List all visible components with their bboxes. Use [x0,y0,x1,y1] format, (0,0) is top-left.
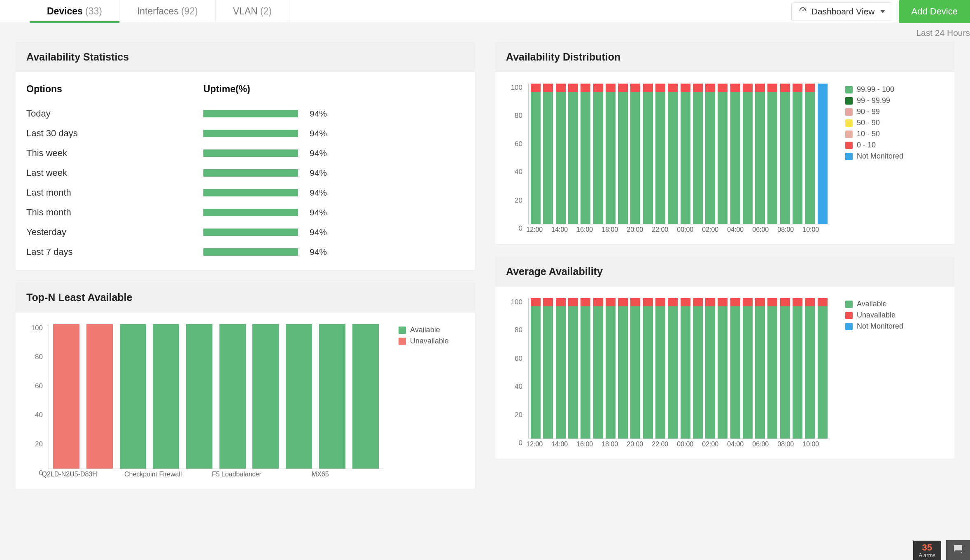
bar-segment [531,84,541,92]
legend-label: 10 - 50 [857,130,880,138]
stats-bar [203,149,298,157]
legend-item[interactable]: 99.99 - 100 [845,85,903,94]
bar-segment [643,92,653,224]
bar-segment [805,298,815,306]
bar-segment [120,324,146,469]
bar [743,298,753,439]
bar-segment [593,84,603,92]
bar-segment [718,298,728,306]
alarms-badge[interactable]: 35 Alarms [913,541,941,560]
x-tick: 16:00 [576,226,593,233]
bar-segment [743,84,753,92]
bar-segment [767,298,777,306]
bar-segment [630,92,640,224]
bar-segment [730,298,740,306]
chart-distribution: 02040608010012:0014:0016:0018:0020:0022:… [504,84,830,236]
stats-pct: 94% [310,208,327,217]
x-tick: 22:00 [652,441,668,448]
bar [556,84,566,224]
x-tick: 06:00 [752,226,769,233]
bar-segment [743,306,753,439]
stats-pct: 94% [310,188,327,198]
legend-item[interactable]: Available [399,326,449,334]
bar [606,84,616,224]
stats-label: This week [26,148,203,159]
legend-label: 50 - 90 [857,119,880,127]
bar [543,298,553,439]
time-range-label[interactable]: Last 24 Hours [916,28,970,38]
bar-segment [53,324,79,469]
stats-row: Yesterday94% [26,222,464,242]
stats-row: Today94% [26,104,464,124]
legend-item[interactable]: Unavailable [399,337,449,345]
stats-label: Last 30 days [26,128,203,139]
legend-swatch [845,323,853,330]
legend-item[interactable]: Not Monitored [845,152,903,161]
legend-swatch [845,119,853,127]
dashboard-view-button[interactable]: Dashboard View [791,2,893,21]
x-tick: 10:00 [802,441,819,448]
bar [120,324,146,469]
add-device-label: Add Device [911,6,958,17]
bar [818,298,828,439]
legend-top-n: AvailableUnavailable [383,324,449,481]
legend-item[interactable]: 10 - 50 [845,130,903,138]
alarms-count: 35 [919,543,935,552]
bar [606,298,616,439]
bar-segment [668,84,678,92]
legend-item[interactable]: 90 - 99 [845,107,903,116]
bar-segment [630,298,640,306]
legend-item[interactable]: 99 - 99.99 [845,96,903,105]
bar-segment [705,298,715,306]
stats-header-uptime: Uptime(%) [203,84,250,95]
legend-swatch [845,153,853,160]
bar-segment [718,92,728,224]
bar-segment [693,298,703,306]
bar [668,298,678,439]
bar [780,84,790,224]
tab-interfaces[interactable]: Interfaces (92) [120,0,216,23]
bar [730,298,740,439]
bar [693,298,703,439]
bar-segment [568,306,578,439]
bar [805,84,815,224]
right-column: Availability Distribution 02040608010012… [495,42,954,489]
stats-bar [203,189,298,196]
x-tick: 20:00 [627,226,643,233]
x-tick: 02:00 [702,226,718,233]
bar-segment [793,298,802,306]
bar-segment [606,298,616,306]
legend-item[interactable]: Unavailable [845,311,903,320]
bar [730,84,740,224]
tab-vlan[interactable]: VLAN (2) [216,0,289,23]
tab-devices[interactable]: Devices (33) [30,0,120,23]
bar-segment [556,306,566,439]
bar-segment [286,324,312,469]
chat-badge[interactable] [946,540,970,560]
add-device-button[interactable]: Add Device [899,0,970,23]
bar-segment [818,306,828,439]
legend-label: Not Monitored [857,152,903,161]
x-tick: Checkpoint Firewall [124,471,182,478]
legend-item[interactable]: Not Monitored [845,322,903,331]
legend-item[interactable]: 50 - 90 [845,119,903,127]
legend-label: Available [857,300,887,308]
legend-item[interactable]: Available [845,300,903,308]
bar [681,298,690,439]
legend-label: 99 - 99.99 [857,96,890,105]
x-tick: Q2LD-N2U5-D83H [42,471,97,478]
bar-segment [153,324,179,469]
legend-item[interactable]: 0 - 10 [845,141,903,149]
bar [531,298,541,439]
bar [618,298,628,439]
x-tick: 18:00 [602,226,618,233]
stats-bar [203,130,298,137]
x-tick: 22:00 [652,226,668,233]
x-tick: 08:00 [777,441,794,448]
bar [755,84,765,224]
stats-row: This week94% [26,143,464,163]
legend-swatch [845,97,853,105]
tab-label: VLAN [233,6,258,17]
bar-segment [805,306,815,439]
stats-label: Today [26,108,203,119]
